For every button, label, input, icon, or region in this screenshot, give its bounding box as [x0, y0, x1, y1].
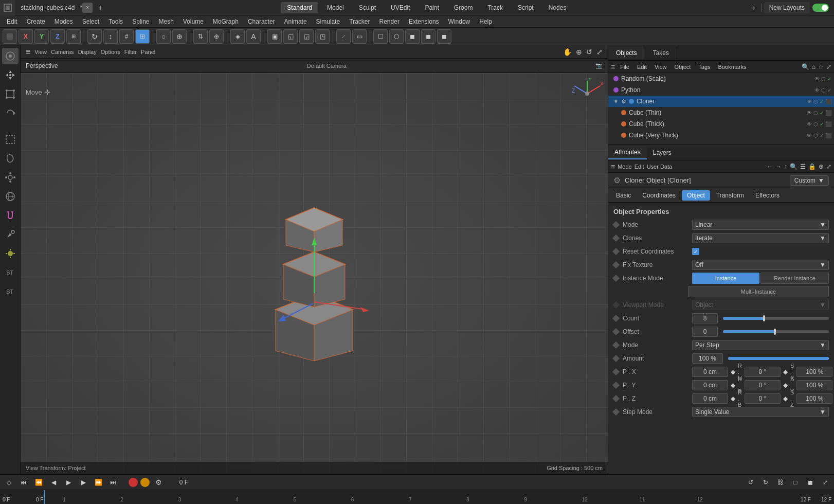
pan-icon[interactable]: ✋ — [563, 48, 572, 56]
tl-record-btn[interactable] — [129, 478, 138, 487]
tl-link-icon[interactable]: ⛓ — [774, 477, 787, 488]
object-tool[interactable]: Object — [672, 63, 694, 71]
tl-prev-frame-icon[interactable]: ◀ — [47, 477, 60, 488]
sy-input[interactable] — [796, 380, 832, 390]
dots-attr-icon[interactable]: ⊕ — [819, 163, 824, 170]
sidebar-magnet-icon[interactable] — [2, 207, 19, 224]
tab-transform[interactable]: Transform — [711, 190, 749, 201]
tool1[interactable]: ⇅ — [193, 29, 208, 44]
obj-random-lock[interactable]: ⬡ — [821, 76, 826, 82]
obj-cube-thin-lock[interactable]: ⬡ — [813, 110, 818, 116]
tab-effectors[interactable]: Effectors — [750, 190, 785, 201]
obj-cube-thick-tag[interactable]: ⬛ — [825, 121, 831, 127]
x-axis-button[interactable]: X — [19, 29, 33, 44]
home-panel-icon[interactable]: ⌂ — [812, 63, 815, 70]
obj-random-eye[interactable]: 👁 — [814, 76, 820, 82]
obj-cube-thick[interactable]: Cube (Thick) 👁 ⬡ ✓ ⬛ — [608, 118, 834, 130]
tl-play-icon[interactable]: ▶ — [62, 477, 75, 488]
mode2-dropdown[interactable]: Per Step ▼ — [692, 340, 829, 350]
menu-mograph[interactable]: MoGraph — [209, 17, 243, 26]
obj-cube-very-thick[interactable]: Cube (Very Thick) 👁 ⬡ ✓ ⬛ — [608, 130, 834, 141]
circle-button[interactable]: ○ — [156, 29, 171, 44]
mode-tool[interactable]: Mode — [618, 164, 632, 170]
reset-checkbox[interactable]: ✓ — [692, 248, 699, 255]
mode-dropdown[interactable]: Linear ▼ — [692, 220, 829, 230]
tab-model[interactable]: Model — [321, 2, 350, 13]
tab-nodes[interactable]: Nodes — [542, 2, 573, 13]
obj-cloner-check[interactable]: ✓ — [820, 99, 824, 104]
center-icon[interactable]: ⊕ — [576, 48, 582, 56]
obj-python-check[interactable]: ✓ — [827, 87, 831, 93]
obj-cube-very-thick-eye[interactable]: 👁 — [807, 133, 812, 138]
fix-texture-dropdown[interactable]: Off ▼ — [692, 260, 829, 270]
target-button[interactable]: ⊕ — [172, 29, 187, 44]
sidebar-lasso-icon[interactable] — [2, 150, 19, 167]
tl-loop2-icon[interactable]: ↻ — [759, 477, 772, 488]
obj-python-lock[interactable]: ⬡ — [821, 87, 826, 93]
preset-dropdown[interactable]: Custom ▼ — [790, 175, 829, 186]
menu-tools[interactable]: Tools — [104, 17, 127, 26]
sidebar-select-icon[interactable] — [2, 131, 19, 148]
tl-rewind-icon[interactable]: ⏮ — [17, 477, 30, 488]
tab-layers[interactable]: Layers — [647, 147, 678, 159]
sidebar-move-icon[interactable] — [2, 67, 19, 83]
sidebar-paint-icon[interactable] — [2, 226, 19, 243]
menu-mesh[interactable]: Mesh — [154, 17, 177, 26]
count-input[interactable] — [692, 313, 718, 323]
tab-paint[interactable]: Paint — [419, 2, 445, 13]
layout-toggle[interactable] — [812, 4, 829, 12]
tab-takes[interactable]: Takes — [645, 47, 677, 59]
px-input[interactable] — [692, 367, 728, 377]
expand-attr-icon[interactable]: ⤢ — [826, 163, 831, 170]
instance-button[interactable]: Instance — [692, 273, 759, 284]
tl-sound-icon[interactable]: ◼ — [804, 477, 817, 488]
file-tool[interactable]: File — [618, 63, 632, 71]
obj-cloner-lock[interactable]: ⬡ — [813, 99, 818, 104]
tl-next-key-icon[interactable]: ⏩ — [92, 477, 104, 488]
menu-tracker[interactable]: Tracker — [345, 17, 374, 26]
tool3[interactable]: ◈ — [230, 29, 245, 44]
sidebar-st2-icon[interactable]: ST — [2, 283, 19, 300]
tool4[interactable]: A — [246, 29, 261, 44]
menu-character[interactable]: Character — [244, 17, 279, 26]
snap-button[interactable]: # — [119, 29, 134, 44]
rp-input[interactable] — [745, 380, 781, 390]
lock-attr-icon[interactable]: 🔒 — [808, 163, 816, 170]
amount-input[interactable] — [692, 353, 723, 364]
z-axis-button[interactable]: Z — [50, 29, 65, 44]
tl-meta-icon[interactable]: □ — [789, 477, 802, 488]
menu-help[interactable]: Help — [475, 17, 496, 26]
render-instance-button[interactable]: Render Instance — [760, 273, 829, 284]
viewport-canvas[interactable]: Move ✛ — [21, 73, 608, 474]
sidebar-gear-icon[interactable] — [2, 169, 19, 186]
expand-panel-icon[interactable]: ⤢ — [826, 63, 831, 70]
offset-input[interactable] — [692, 327, 718, 337]
rb-input[interactable] — [745, 393, 781, 404]
py-input[interactable] — [692, 380, 728, 390]
menu-simulate[interactable]: Simulate — [312, 17, 345, 26]
camera2-tool[interactable]: ⬡ — [389, 29, 404, 44]
tl-settings-icon[interactable]: ⚙ — [152, 477, 165, 488]
tab-standard[interactable]: Standard — [281, 2, 318, 13]
obj-cube-thin-eye[interactable]: 👁 — [807, 110, 812, 116]
obj-cloner[interactable]: ▼ ⚙ Cloner 👁 ⬡ ✓ ⬛ — [608, 96, 834, 107]
menu-window[interactable]: Window — [444, 17, 475, 26]
sidebar-st-icon[interactable]: ST — [2, 264, 19, 281]
hamburger-icon[interactable]: ≡ — [26, 47, 30, 57]
obj-cube-thin-tag[interactable]: ⬛ — [825, 110, 831, 116]
obj-python[interactable]: Python 👁 ⬡ ✓ — [608, 84, 834, 96]
search-panel-icon[interactable]: 🔍 — [802, 63, 809, 70]
add-tab-button[interactable]: + — [95, 3, 105, 13]
obj-cube-thin-check[interactable]: ✓ — [820, 110, 824, 116]
camera-tool[interactable]: ☐ — [373, 29, 388, 44]
view-menu[interactable]: View — [34, 49, 47, 55]
obj-cube-thick-lock[interactable]: ⬡ — [813, 121, 818, 127]
tool2[interactable]: ⊕ — [209, 29, 224, 44]
tab-track[interactable]: Track — [481, 2, 509, 13]
reset-icon[interactable]: ↺ — [586, 48, 592, 56]
bookmark-panel-icon[interactable]: ☆ — [818, 63, 824, 70]
menu-volume[interactable]: Volume — [179, 17, 208, 26]
obj-cube-very-thick-check[interactable]: ✓ — [820, 133, 824, 138]
sidebar-transform-icon[interactable] — [2, 48, 19, 64]
tl-motion-icon[interactable]: ⤢ — [819, 477, 831, 488]
